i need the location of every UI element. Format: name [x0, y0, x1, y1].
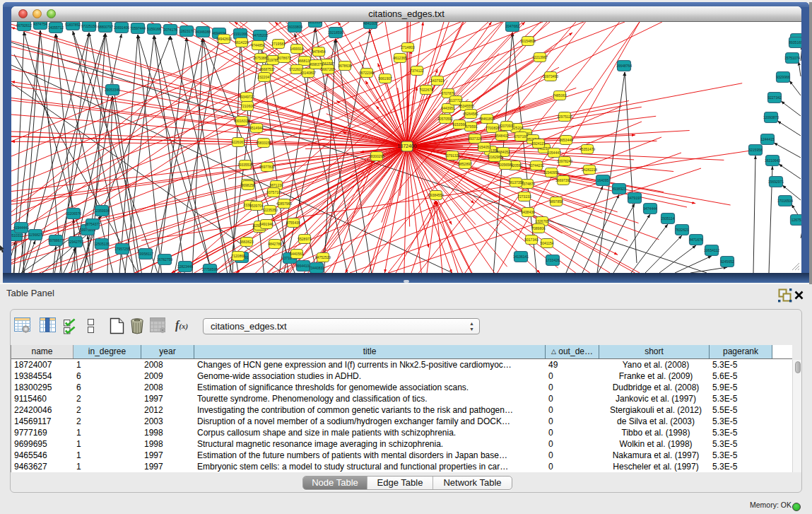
svg-text:20691406: 20691406	[114, 25, 129, 30]
svg-text:73440831: 73440831	[309, 266, 324, 270]
svg-text:42857966: 42857966	[276, 201, 292, 206]
svg-text:36697396: 36697396	[555, 178, 571, 182]
svg-text:12505135: 12505135	[94, 242, 110, 246]
svg-text:9897858: 9897858	[549, 199, 563, 204]
svg-text:27758595: 27758595	[202, 267, 218, 271]
svg-text:4698379: 4698379	[309, 62, 323, 66]
svg-text:16033809: 16033809	[287, 25, 302, 29]
svg-text:5667265: 5667265	[321, 67, 335, 71]
svg-text:16210643: 16210643	[765, 158, 780, 163]
svg-text:5661907: 5661907	[378, 76, 392, 81]
svg-text:8813054: 8813054	[308, 22, 322, 24]
svg-text:19958117: 19958117	[138, 252, 153, 256]
svg-text:15692971: 15692971	[768, 180, 784, 184]
svg-text:5017343: 5017343	[524, 238, 539, 242]
svg-text:1156827: 1156827	[28, 233, 42, 237]
svg-text:16648764: 16648764	[616, 64, 632, 68]
svg-text:12213967: 12213967	[532, 55, 548, 59]
svg-text:14136141: 14136141	[513, 255, 529, 259]
svg-text:17957255: 17957255	[114, 247, 130, 251]
svg-text:82070937: 82070937	[499, 124, 514, 128]
svg-text:4374754: 4374754	[33, 22, 47, 26]
svg-text:84346088: 84346088	[195, 30, 211, 34]
svg-text:5041154: 5041154	[540, 241, 553, 245]
svg-text:9227342: 9227342	[767, 95, 782, 100]
svg-text:8698256: 8698256	[241, 183, 255, 187]
svg-text:4744854: 4744854	[251, 43, 265, 47]
svg-text:2322047: 2322047	[257, 75, 271, 79]
svg-text:1326765: 1326765	[535, 219, 549, 223]
svg-text:10154808: 10154808	[520, 39, 536, 43]
svg-text:9937326: 9937326	[468, 136, 482, 141]
svg-text:12359934: 12359934	[94, 209, 110, 213]
svg-text:6438436: 6438436	[521, 210, 535, 214]
svg-text:24282218: 24282218	[582, 168, 597, 172]
svg-text:24942603: 24942603	[216, 37, 232, 41]
svg-text:20206576: 20206576	[66, 211, 81, 216]
svg-text:73791320: 73791320	[445, 153, 460, 158]
svg-text:164095: 164095	[597, 178, 609, 182]
svg-text:43744231: 43744231	[529, 163, 544, 168]
svg-text:9153566: 9153566	[452, 122, 466, 127]
svg-text:2074176: 2074176	[163, 28, 177, 32]
svg-text:1872400: 1872400	[397, 144, 416, 148]
svg-text:26753883: 26753883	[253, 56, 269, 60]
svg-text:7089806: 7089806	[531, 226, 546, 230]
svg-text:32162965: 32162965	[487, 155, 502, 159]
svg-text:12093873: 12093873	[763, 115, 779, 119]
svg-text:4842788: 4842788	[268, 242, 282, 246]
svg-text:7700828: 7700828	[486, 126, 500, 130]
svg-text:96977837: 96977837	[259, 165, 275, 169]
svg-text:7374122: 7374122	[410, 69, 424, 73]
svg-text:6440561: 6440561	[290, 252, 304, 256]
svg-text:99788677: 99788677	[48, 238, 64, 243]
svg-text:20570592: 20570592	[437, 117, 453, 121]
svg-text:83140807: 83140807	[300, 71, 316, 75]
svg-text:8078673: 8078673	[277, 56, 291, 60]
svg-text:45833156: 45833156	[256, 141, 271, 145]
svg-text:11540956: 11540956	[543, 170, 559, 175]
svg-text:7022674: 7022674	[419, 88, 433, 92]
svg-text:15751074: 15751074	[784, 56, 800, 60]
svg-text:3215958: 3215958	[748, 148, 763, 152]
svg-text:12823446: 12823446	[177, 264, 193, 269]
svg-text:93016315: 93016315	[234, 119, 249, 123]
svg-text:14055712: 14055712	[48, 25, 64, 30]
svg-text:9474444: 9474444	[643, 206, 657, 211]
svg-text:5491946: 5491946	[259, 222, 273, 226]
svg-text:1054447: 1054447	[547, 151, 561, 155]
svg-text:38754377: 38754377	[85, 222, 100, 226]
svg-text:9548432: 9548432	[495, 134, 509, 138]
svg-text:9478454: 9478454	[312, 49, 326, 54]
svg-text:49349722: 49349722	[239, 95, 254, 99]
svg-text:2719583: 2719583	[271, 42, 286, 46]
svg-text:16782759: 16782759	[157, 257, 172, 262]
svg-text:10973493: 10973493	[543, 74, 558, 78]
svg-text:5614226: 5614226	[235, 40, 249, 45]
svg-text:7120868: 7120868	[231, 254, 245, 258]
svg-text:70597444: 70597444	[130, 26, 146, 30]
svg-text:97225156: 97225156	[81, 24, 97, 28]
svg-text:2191066: 2191066	[233, 32, 247, 36]
svg-text:5159166: 5159166	[147, 27, 161, 31]
svg-text:50056581: 50056581	[498, 163, 513, 167]
svg-text:8471676: 8471676	[689, 238, 703, 242]
svg-text:4841005: 4841005	[363, 22, 377, 25]
svg-text:12975115: 12975115	[557, 115, 572, 119]
svg-text:18300295: 18300295	[369, 154, 384, 158]
svg-text:6707197: 6707197	[514, 134, 528, 139]
svg-text:10654112: 10654112	[704, 248, 719, 252]
svg-text:19335534: 19335534	[237, 163, 253, 167]
svg-text:9375710: 9375710	[266, 190, 281, 194]
svg-text:51837852: 51837852	[65, 23, 81, 27]
svg-text:3678638: 3678638	[338, 64, 352, 68]
svg-text:12823170: 12823170	[179, 29, 194, 33]
svg-text:5528972: 5528972	[298, 237, 312, 241]
svg-text:4226067: 4226067	[231, 140, 245, 144]
svg-text:78137358: 78137358	[508, 180, 524, 185]
svg-text:66792612: 66792612	[16, 23, 32, 28]
svg-text:2047682: 2047682	[505, 24, 519, 28]
svg-text:3154051: 3154051	[477, 145, 491, 149]
svg-text:7210606: 7210606	[240, 104, 254, 108]
svg-text:19510312: 19510312	[11, 233, 23, 238]
